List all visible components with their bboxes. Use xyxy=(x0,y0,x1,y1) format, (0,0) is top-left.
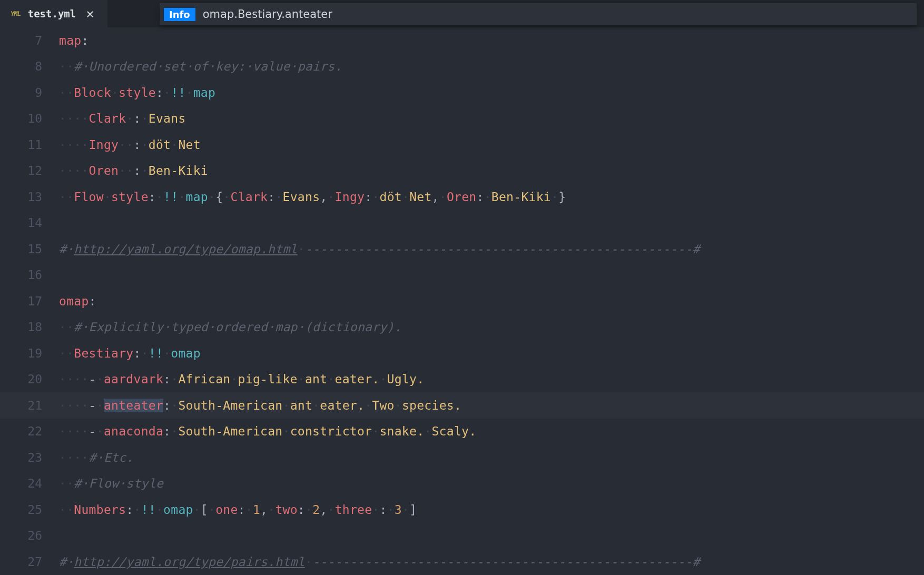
code-content[interactable]: #·http://yaml.org/type/omap.html·-------… xyxy=(59,242,700,256)
line-number: 27 xyxy=(0,555,59,569)
line-number: 23 xyxy=(0,451,59,464)
line-number: 7 xyxy=(0,34,59,47)
close-icon[interactable] xyxy=(83,6,97,21)
code-line[interactable]: 7map: xyxy=(0,27,924,54)
code-line[interactable]: 21····-·anteater:·South-American·ant·eat… xyxy=(0,392,924,419)
tab-file[interactable]: YML test.yml xyxy=(0,0,107,27)
code-content[interactable]: ··#·Flow·style xyxy=(59,477,163,490)
code-line[interactable]: 22····-·anaconda:·South-American·constri… xyxy=(0,419,924,445)
code-content[interactable]: ····Ingy··:·döt·Net xyxy=(59,138,201,152)
line-number: 13 xyxy=(0,190,59,204)
code-content[interactable]: ····Clark·:·Evans xyxy=(59,112,186,125)
code-line[interactable]: 13··Flow·style:·!!·map·{·Clark:·Evans,·I… xyxy=(0,184,924,210)
code-line[interactable]: 15#·http://yaml.org/type/omap.html·-----… xyxy=(0,236,924,262)
line-number: 25 xyxy=(0,503,59,517)
code-line[interactable]: 8··#·Unordered·set·of·key:·value·pairs. xyxy=(0,54,924,80)
code-line[interactable]: 16 xyxy=(0,262,924,289)
code-line[interactable]: 14 xyxy=(0,210,924,236)
line-number: 21 xyxy=(0,399,59,412)
code-content[interactable]: ····-·anaconda:·South-American·constrict… xyxy=(59,424,476,438)
code-content[interactable]: #·http://yaml.org/type/pairs.html·------… xyxy=(59,555,700,569)
info-path: omap.Bestiary.anteater xyxy=(203,8,332,21)
line-number: 22 xyxy=(0,424,59,438)
code-line[interactable]: 17omap: xyxy=(0,288,924,314)
line-number: 9 xyxy=(0,86,59,100)
line-number: 11 xyxy=(0,138,59,152)
line-number: 26 xyxy=(0,529,59,542)
code-line[interactable]: 25··Numbers:·!!·omap·[·one:·1,·two:·2,·t… xyxy=(0,497,924,523)
code-content[interactable]: ··Numbers:·!!·omap·[·one:·1,·two:·2,·thr… xyxy=(59,503,417,517)
info-bar: Info omap.Bestiary.anteater xyxy=(160,3,917,25)
code-content[interactable]: ··Bestiary:·!!·omap xyxy=(59,346,201,360)
line-number: 16 xyxy=(0,268,59,282)
code-content[interactable]: ··#·Unordered·set·of·key:·value·pairs. xyxy=(59,60,342,73)
line-number: 17 xyxy=(0,294,59,308)
code-content[interactable]: ··Block·style:·!!·map xyxy=(59,86,215,100)
code-content[interactable]: ····-·anteater:·South-American·ant·eater… xyxy=(59,399,461,412)
code-content[interactable]: ··Flow·style:·!!·map·{·Clark:·Evans,·Ing… xyxy=(59,190,566,204)
line-number: 24 xyxy=(0,477,59,490)
tab-filename: test.yml xyxy=(28,8,76,19)
code-line[interactable]: 12····Oren··:·Ben-Kiki xyxy=(0,158,924,184)
line-number: 12 xyxy=(0,164,59,177)
code-line[interactable]: 9··Block·style:·!!·map xyxy=(0,80,924,106)
line-number: 8 xyxy=(0,60,59,73)
code-line[interactable]: 27#·http://yaml.org/type/pairs.html·----… xyxy=(0,549,924,575)
code-content[interactable]: ····#·Etc. xyxy=(59,451,133,464)
code-content[interactable]: ····Oren··:·Ben-Kiki xyxy=(59,164,208,177)
code-line[interactable]: 18··#·Explicitly·typed·ordered·map·(dict… xyxy=(0,314,924,341)
line-number: 10 xyxy=(0,112,59,125)
code-content[interactable]: ··#·Explicitly·typed·ordered·map·(dictio… xyxy=(59,320,402,334)
yaml-file-icon: YML xyxy=(10,10,21,17)
info-badge: Info xyxy=(164,8,195,21)
line-number: 15 xyxy=(0,242,59,256)
code-line[interactable]: 11····Ingy··:·döt·Net xyxy=(0,132,924,158)
code-content[interactable]: ····-·aardvark:·African·pig-like·ant·eat… xyxy=(59,372,424,386)
code-line[interactable]: 23····#·Etc. xyxy=(0,444,924,471)
code-line[interactable]: 26 xyxy=(0,523,924,549)
code-line[interactable]: 19··Bestiary:·!!·omap xyxy=(0,340,924,366)
code-editor[interactable]: 7map:8··#·Unordered·set·of·key:·value·pa… xyxy=(0,27,924,575)
code-line[interactable]: 10····Clark·:·Evans xyxy=(0,106,924,132)
line-number: 18 xyxy=(0,320,59,334)
code-content[interactable]: map: xyxy=(59,34,89,47)
code-line[interactable]: 20····-·aardvark:·African·pig-like·ant·e… xyxy=(0,366,924,393)
line-number: 20 xyxy=(0,372,59,386)
line-number: 14 xyxy=(0,216,59,230)
code-line[interactable]: 24··#·Flow·style xyxy=(0,471,924,497)
line-number: 19 xyxy=(0,346,59,360)
code-content[interactable]: omap: xyxy=(59,294,96,308)
